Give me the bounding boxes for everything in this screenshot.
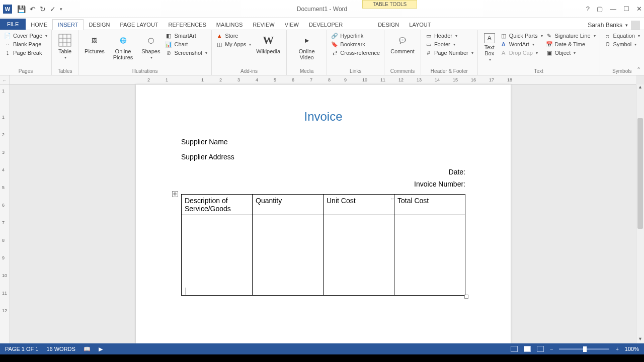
tab-view[interactable]: VIEW <box>280 20 304 30</box>
page-indicator[interactable]: PAGE 1 OF 1 <box>5 346 38 352</box>
save-icon[interactable]: 💾 <box>17 5 26 13</box>
store-button[interactable]: ▲Store <box>216 32 251 39</box>
cell-description[interactable] <box>182 215 253 296</box>
comment-button[interactable]: 💬Comment <box>388 32 417 55</box>
chart-button[interactable]: 📊Chart <box>165 41 207 48</box>
ribbon-display-icon[interactable]: ▢ <box>597 5 603 13</box>
symbol-button[interactable]: ΩSymbol <box>604 41 640 48</box>
account-dropdown-icon[interactable]: ▾ <box>625 23 628 28</box>
read-mode-icon[interactable] <box>511 346 518 352</box>
table-resize-handle-icon[interactable] <box>464 295 468 299</box>
bookmark-button[interactable]: 🔖Bookmark <box>331 41 380 48</box>
tab-review[interactable]: REVIEW <box>248 20 279 30</box>
account-area[interactable]: Sarah Banks ▾ <box>588 21 640 30</box>
column-resize-icon[interactable]: ↔ <box>390 196 394 201</box>
footer-button[interactable]: ▭Footer <box>425 41 473 48</box>
minimize-icon[interactable]: — <box>610 5 616 13</box>
spellcheck-icon[interactable]: ✓ <box>50 5 56 13</box>
table-button[interactable]: Table <box>56 32 74 61</box>
col-description[interactable]: Description of Service/Goods <box>182 195 253 215</box>
col-quantity[interactable]: Quantity <box>253 195 324 215</box>
table-body-row[interactable] <box>182 215 465 296</box>
invoice-heading[interactable]: Invoice <box>181 110 465 124</box>
print-layout-icon[interactable] <box>524 346 531 352</box>
page-break-button[interactable]: ⤵Page Break <box>4 49 47 56</box>
cell-total-cost[interactable] <box>394 215 465 296</box>
close-icon[interactable]: ✕ <box>636 5 642 13</box>
blank-page-button[interactable]: ▫Blank Page <box>4 41 47 48</box>
zoom-in-icon[interactable]: + <box>615 346 618 352</box>
col-unit-cost[interactable]: Unit Cost <box>324 195 394 215</box>
undo-icon[interactable]: ↶ <box>30 5 36 13</box>
screenshot-button[interactable]: ⎚Screenshot <box>165 49 207 56</box>
hyperlink-label: Hyperlink <box>340 33 363 39</box>
quick-parts-button[interactable]: ◫Quick Parts <box>500 32 543 39</box>
pictures-icon: 🖼 <box>88 33 102 47</box>
tab-file[interactable]: FILE <box>0 19 26 30</box>
horizontal-ruler[interactable]: 2 1 1 2 3 4 5 6 7 8 9 10 11 12 13 14 15 … <box>10 75 636 84</box>
signature-line-button[interactable]: ✎Signature Line <box>546 32 596 39</box>
tab-references[interactable]: REFERENCES <box>164 20 211 30</box>
hruler-mark: 14 <box>435 77 440 82</box>
tab-mailings[interactable]: MAILINGS <box>211 20 248 30</box>
wordart-button[interactable]: AWordArt <box>500 41 543 48</box>
pictures-button[interactable]: 🖼Pictures <box>83 32 107 61</box>
zoom-slider-knob[interactable] <box>583 346 587 352</box>
word-count[interactable]: 16 WORDS <box>46 346 75 352</box>
drop-cap-button[interactable]: ADrop Cap <box>500 49 543 56</box>
scroll-up-icon[interactable]: ▲ <box>636 84 644 92</box>
online-video-button[interactable]: ▶Online Video <box>291 32 323 61</box>
cell-unit-cost[interactable] <box>324 215 394 296</box>
redo-icon[interactable]: ↻ <box>40 5 46 13</box>
wikipedia-button[interactable]: WWikipedia <box>254 32 282 55</box>
invoice-number-label[interactable]: Invoice Number: <box>181 180 465 188</box>
tab-table-layout[interactable]: LAYOUT <box>404 20 436 30</box>
page-number-button[interactable]: #Page Number <box>425 49 473 56</box>
table-header-row[interactable]: Description of Service/Goods Quantity Un… <box>182 195 465 215</box>
macro-icon[interactable]: ▶ <box>99 346 103 352</box>
online-pictures-button[interactable]: 🌐Online Pictures <box>110 32 136 61</box>
equation-button[interactable]: πEquation <box>604 32 640 39</box>
date-time-button[interactable]: 📅Date & Time <box>546 41 596 48</box>
group-header-footer: ▭Header ▭Footer #Page Number Header & Fo… <box>421 30 478 75</box>
invoice-table[interactable]: Description of Service/Goods Quantity Un… <box>181 194 465 296</box>
header-button[interactable]: ▭Header <box>425 32 473 39</box>
scrollbar-thumb[interactable] <box>637 118 643 229</box>
cross-reference-button[interactable]: ⇄Cross-reference <box>331 49 380 56</box>
vertical-scrollbar[interactable]: ▲ ▼ <box>636 84 644 343</box>
date-label[interactable]: Date: <box>181 168 465 176</box>
group-text-label: Text <box>482 68 596 74</box>
hyperlink-button[interactable]: 🔗Hyperlink <box>331 32 380 39</box>
avatar[interactable] <box>631 21 640 30</box>
help-icon[interactable]: ? <box>586 5 590 13</box>
my-apps-button[interactable]: ◫My Apps <box>216 41 251 48</box>
smartart-button[interactable]: ◧SmartArt <box>165 32 207 39</box>
zoom-slider[interactable] <box>559 348 609 350</box>
tab-table-design[interactable]: DESIGN <box>373 20 404 30</box>
zoom-level[interactable]: 100% <box>625 346 639 352</box>
tab-page-layout[interactable]: PAGE LAYOUT <box>115 20 164 30</box>
tab-developer[interactable]: DEVELOPER <box>304 20 348 30</box>
shapes-button[interactable]: ◯Shapes <box>139 32 162 61</box>
text-box-button[interactable]: AText Box <box>482 32 497 63</box>
supplier-address[interactable]: Supplier Address <box>181 153 465 161</box>
proofing-icon[interactable]: 📖 <box>84 346 91 352</box>
object-button[interactable]: ▣Object <box>546 49 596 56</box>
collapse-ribbon-icon[interactable]: ⌃ <box>636 66 641 73</box>
supplier-name[interactable]: Supplier Name <box>181 138 465 146</box>
web-layout-icon[interactable] <box>537 346 544 352</box>
qat-customize-icon[interactable]: ▾ <box>60 7 62 12</box>
col-total-cost[interactable]: Total Cost <box>394 195 465 215</box>
tab-home[interactable]: HOME <box>26 20 52 30</box>
table-move-handle-icon[interactable]: ✥ <box>172 191 178 197</box>
scroll-down-icon[interactable]: ▼ <box>636 336 644 343</box>
tab-insert[interactable]: INSERT <box>52 19 84 30</box>
vertical-ruler[interactable]: ⌐ 1 1 2 3 4 5 6 7 8 9 10 11 12 <box>0 75 10 343</box>
zoom-out-icon[interactable]: − <box>550 346 553 352</box>
cell-quantity[interactable] <box>253 215 324 296</box>
page[interactable]: Invoice Supplier Name Supplier Address D… <box>136 84 511 343</box>
ribbon-tabs: FILE HOME INSERT DESIGN PAGE LAYOUT REFE… <box>0 18 644 30</box>
cover-page-button[interactable]: 📄Cover Page <box>4 32 47 39</box>
tab-design[interactable]: DESIGN <box>84 20 115 30</box>
maximize-icon[interactable]: ☐ <box>623 5 629 13</box>
